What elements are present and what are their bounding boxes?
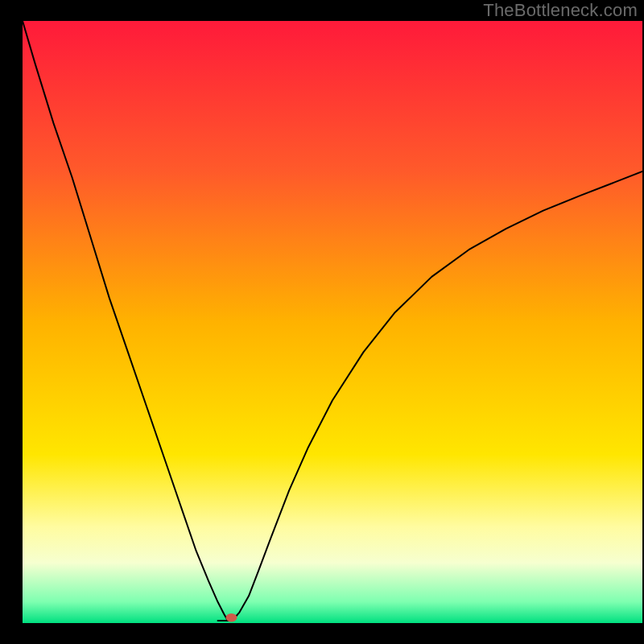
minimum-marker [226, 613, 237, 621]
chart-frame: TheBottleneck.com [0, 0, 644, 644]
chart-background [23, 21, 642, 623]
marker-group [226, 613, 237, 621]
plot-area [23, 21, 642, 623]
watermark-label: TheBottleneck.com [483, 0, 638, 21]
chart-svg [23, 21, 642, 623]
